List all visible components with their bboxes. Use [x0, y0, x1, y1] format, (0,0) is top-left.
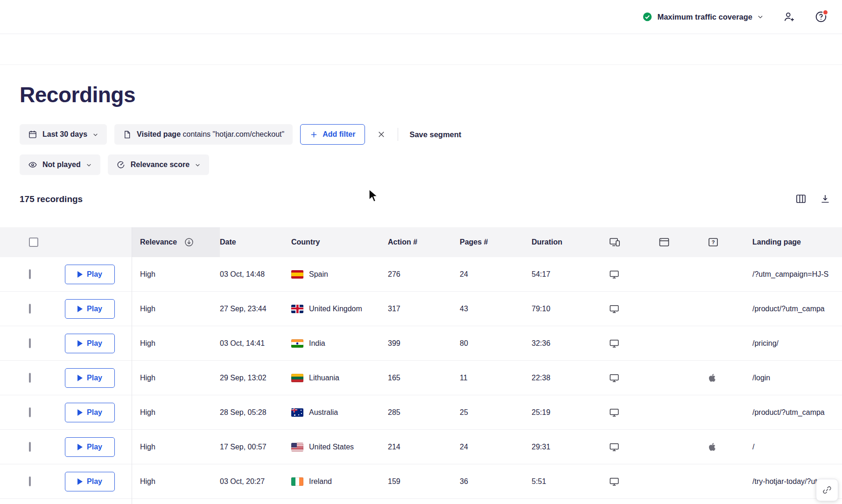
- play-button[interactable]: Play: [65, 472, 115, 491]
- relevance-value: High: [132, 374, 220, 382]
- country-flag-icon: [291, 443, 303, 451]
- country-column-header[interactable]: Country: [291, 238, 388, 246]
- date-value: 29 Sep, 13:02: [220, 374, 291, 382]
- date-value: 27 Sep, 23:44: [220, 305, 291, 313]
- recordings-table: Relevance Date Country Action # Pages # …: [0, 227, 842, 504]
- save-segment-button[interactable]: Save segment: [409, 130, 461, 139]
- landing-page-value: /login: [752, 374, 842, 382]
- relevance-header-label: Relevance: [140, 238, 177, 246]
- play-button[interactable]: Play: [65, 403, 115, 422]
- relevance-value: High: [132, 305, 220, 313]
- play-icon: [77, 375, 83, 381]
- row-checkbox[interactable]: [29, 442, 31, 452]
- action-count-value: 317: [388, 305, 460, 313]
- play-button-label: Play: [87, 270, 102, 279]
- table-row[interactable]: Play: [0, 499, 842, 504]
- page-title: Recordings: [20, 82, 135, 107]
- device-column-header[interactable]: [609, 237, 659, 248]
- country-value: India: [309, 339, 325, 348]
- export-button[interactable]: [820, 193, 831, 204]
- add-filter-label: Add filter: [323, 130, 355, 139]
- table-row[interactable]: Play High 28 Sep, 05:28 Australia 285 25…: [0, 395, 842, 430]
- relevance-score-filter[interactable]: Relevance score: [108, 154, 209, 175]
- chevron-down-icon: [86, 162, 92, 168]
- table-row[interactable]: Play High 03 Oct, 14:41 India 399 80 32:…: [0, 326, 842, 361]
- os-column-header[interactable]: ?: [708, 237, 752, 248]
- row-checkbox[interactable]: [29, 338, 31, 348]
- table-body: Play High 03 Oct, 14:48 Spain 276 24 54:…: [0, 257, 842, 504]
- eye-icon: [28, 160, 37, 169]
- duration-column-header[interactable]: Duration: [532, 238, 609, 246]
- table-row[interactable]: Play High 27 Sep, 23:44 United Kingdom 3…: [0, 292, 842, 326]
- invite-user-button[interactable]: [783, 11, 795, 23]
- table-row[interactable]: Play High 03 Oct, 20:27 Ireland 159 36 5…: [0, 464, 842, 499]
- table-row[interactable]: Play High 03 Oct, 14:48 Spain 276 24 54:…: [0, 257, 842, 292]
- action-column-header[interactable]: Action #: [388, 238, 460, 246]
- table-row[interactable]: Play High 29 Sep, 13:02 Lithuania 165 11…: [0, 361, 842, 395]
- share-link-button[interactable]: [816, 479, 838, 501]
- play-icon: [77, 306, 83, 312]
- add-filter-button[interactable]: Add filter: [300, 124, 365, 145]
- relevance-column-header[interactable]: Relevance: [132, 227, 220, 257]
- row-checkbox[interactable]: [29, 407, 31, 417]
- landing-page-value: /?utm_campaign=HJ-S: [752, 270, 842, 279]
- action-count-value: 159: [388, 477, 460, 486]
- play-button[interactable]: Play: [65, 334, 115, 353]
- columns-settings-button[interactable]: [795, 193, 807, 204]
- chevron-down-icon: [92, 132, 98, 138]
- play-icon: [77, 340, 83, 347]
- not-played-label: Not played: [42, 161, 81, 169]
- landing-page-value: /pricing/: [752, 339, 842, 348]
- not-played-filter[interactable]: Not played: [20, 154, 100, 175]
- table-row[interactable]: Play High 17 Sep, 00:57 United States 21…: [0, 430, 842, 464]
- select-all-checkbox[interactable]: [29, 238, 38, 247]
- play-button[interactable]: Play: [65, 265, 115, 284]
- country-value: Ireland: [309, 477, 332, 486]
- play-button-label: Play: [87, 443, 102, 451]
- country-flag-icon: [291, 270, 303, 279]
- play-icon: [77, 444, 83, 450]
- frozen-column-divider: [132, 227, 132, 504]
- action-count-value: 214: [388, 443, 460, 451]
- play-button[interactable]: Play: [65, 368, 115, 388]
- traffic-coverage-label: Maximum traffic coverage: [657, 13, 752, 21]
- sort-arrow-down-circle-icon[interactable]: [184, 238, 194, 247]
- download-icon: [820, 193, 831, 204]
- pages-count-value: 80: [460, 339, 532, 348]
- date-value: 03 Oct, 14:48: [220, 270, 291, 279]
- play-button-label: Play: [87, 305, 102, 313]
- row-checkbox[interactable]: [29, 476, 31, 486]
- row-checkbox[interactable]: [29, 269, 31, 279]
- play-button[interactable]: Play: [65, 437, 115, 457]
- filter-divider: [398, 128, 398, 141]
- visited-page-filter[interactable]: Visited page contains "hotjar.com/checko…: [114, 124, 293, 145]
- play-button[interactable]: Play: [65, 299, 115, 319]
- page-icon: [123, 130, 132, 139]
- pages-column-header[interactable]: Pages #: [460, 238, 532, 246]
- country-value: United Kingdom: [309, 305, 362, 313]
- help-button[interactable]: [815, 11, 827, 23]
- country-cell: India: [291, 339, 388, 348]
- date-range-filter[interactable]: Last 30 days: [20, 124, 107, 145]
- clear-filters-button[interactable]: [372, 126, 390, 143]
- action-count-value: 276: [388, 270, 460, 279]
- monitor-icon: [609, 407, 659, 418]
- date-value: 03 Oct, 20:27: [220, 477, 291, 486]
- person-add-icon: [783, 11, 795, 23]
- date-column-header[interactable]: Date: [220, 238, 291, 246]
- row-checkbox[interactable]: [29, 304, 31, 314]
- pages-count-value: 11: [460, 374, 532, 382]
- chevron-down-icon: [195, 162, 201, 168]
- monitor-icon: [609, 442, 659, 452]
- traffic-coverage-selector[interactable]: Maximum traffic coverage: [642, 12, 764, 22]
- country-flag-icon: [291, 374, 303, 382]
- pages-count-value: 36: [460, 477, 532, 486]
- row-checkbox[interactable]: [29, 373, 31, 383]
- landing-column-header[interactable]: Landing page: [752, 238, 842, 246]
- country-flag-icon: [291, 305, 303, 313]
- device-cell: [609, 476, 659, 487]
- country-value: United States: [309, 443, 354, 451]
- relevance-value: High: [132, 270, 220, 279]
- date-range-label: Last 30 days: [42, 130, 87, 139]
- browser-column-header[interactable]: [659, 237, 708, 248]
